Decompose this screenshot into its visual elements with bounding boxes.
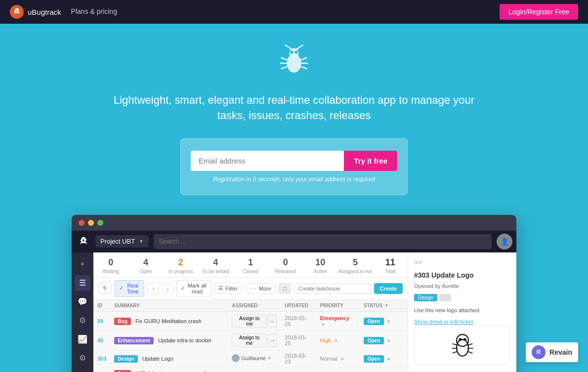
- cell-updated: 2018-03-20: [281, 368, 316, 372]
- col-status: STATUS ▼: [360, 300, 408, 312]
- nav-links: Plans & pricing: [71, 7, 117, 16]
- svg-point-4: [290, 50, 293, 53]
- sidebar-item-list[interactable]: ☰: [75, 275, 90, 291]
- stat-waiting-label: Waiting: [93, 269, 128, 274]
- table-body: 59 Bug Fix GURU Meditation crash Assign …: [93, 312, 408, 372]
- stats-row: 0 Waiting 4 Open 2 In progress 4 To be t…: [93, 252, 408, 278]
- col-priority: PRIORITY: [316, 300, 360, 312]
- ticket-tags: Design: [414, 294, 510, 301]
- cell-updated: 2018-03-23: [281, 350, 316, 368]
- cell-status: Open ▼: [360, 331, 408, 350]
- cell-assigned: Guillaume▼: [228, 350, 281, 368]
- filter-label: Filter: [225, 286, 237, 291]
- dot-close: [79, 220, 84, 226]
- realtime-button[interactable]: ✓ Real Time: [115, 280, 144, 297]
- brand-logo: [10, 5, 24, 19]
- svg-line-6: [281, 58, 288, 60]
- ticket-description: Use this new logo attached: [414, 307, 510, 313]
- refresh-button[interactable]: ↻: [98, 283, 112, 294]
- col-summary: SUMMARY: [110, 300, 228, 312]
- table-row: 303 Design Update Logo Guillaume▼ 2018-0…: [93, 350, 408, 368]
- bug-icon: [12, 7, 21, 16]
- revain-icon: R: [532, 345, 546, 359]
- chevron-down-icon: ▼: [139, 239, 144, 244]
- revain-label: Revain: [549, 348, 572, 356]
- sidebar-item-add[interactable]: ＋: [75, 256, 90, 272]
- sort-desc-button[interactable]: ↓: [162, 283, 174, 294]
- stat-released: 0 Released: [268, 257, 303, 274]
- svg-line-11: [300, 66, 307, 69]
- stat-assigned: 5 Assigned to me: [338, 257, 373, 274]
- stat-inprogress: 2 In progress: [163, 257, 198, 274]
- placeholder-button[interactable]: □: [279, 283, 291, 294]
- sort-asc-button[interactable]: ↑: [147, 283, 159, 294]
- navbar: uBugtrack Plans & pricing Login/Register…: [0, 0, 588, 24]
- stat-closed-label: Closed: [233, 269, 268, 274]
- table-row: 1 Bug WiFi failed to auto connect after …: [93, 368, 408, 372]
- revain-logo-icon: R: [537, 349, 541, 356]
- stat-closed-num: 1: [233, 257, 268, 268]
- stat-tested-num: 4: [198, 257, 233, 268]
- sidebar-item-config[interactable]: ⚙: [75, 350, 90, 366]
- stat-assigned-label: Assigned to me: [338, 269, 373, 274]
- mark-all-read-button[interactable]: ✓ Mark all read: [176, 280, 211, 297]
- login-button[interactable]: Login/Register Free: [500, 4, 578, 20]
- col-id: ID: [93, 300, 110, 312]
- ticket-id: #303: [414, 271, 429, 279]
- right-panel: >> #303 Update Logo Opened by Aurélie De…: [408, 252, 516, 372]
- app-nav: Project UBT ▼ 👤: [72, 231, 516, 252]
- cell-id: 59: [93, 312, 110, 331]
- sidebar-item-chat[interactable]: 💬: [75, 294, 90, 310]
- col-assigned: ASSIGNED: [228, 300, 281, 312]
- app-window: Project UBT ▼ 👤 ＋ ☰ 💬 ⚙ 📈 ⚙: [72, 215, 516, 372]
- more-label: More: [259, 286, 271, 291]
- svg-point-5: [295, 50, 298, 53]
- email-input[interactable]: [191, 151, 344, 171]
- svg-point-21: [463, 338, 466, 341]
- app-toolbar: ↻ ✓ Real Time ↑ ↓ ✓ Mark all read ☰ Filt…: [93, 278, 408, 300]
- cell-summary: Bug WiFi failed to auto connect after re…: [110, 368, 228, 372]
- hero-bug-icon: [274, 43, 314, 83]
- sidebar-item-analytics[interactable]: 📈: [75, 331, 90, 347]
- brand: uBugtrack: [10, 5, 61, 19]
- cell-assigned: Assign to me···: [228, 312, 281, 331]
- cell-summary: Enhancement Update infra to docker: [110, 331, 228, 350]
- stat-inprogress-num: 2: [163, 257, 198, 268]
- svg-point-20: [459, 338, 462, 341]
- create-task-input[interactable]: [294, 284, 371, 293]
- tag-design: Design: [414, 294, 437, 301]
- stat-inprogress-label: In progress: [163, 269, 198, 274]
- more-button[interactable]: ··· More: [245, 283, 276, 294]
- sidebar-item-settings[interactable]: ⚙: [75, 313, 90, 329]
- cell-updated: 2018-03-25: [281, 312, 316, 331]
- expand-icon[interactable]: >>: [414, 258, 510, 266]
- email-row: Try it free: [191, 151, 397, 171]
- stat-active-label: Active: [303, 269, 338, 274]
- badge-bug: Bug: [114, 370, 130, 372]
- filter-button[interactable]: ☰ Filter: [214, 283, 242, 294]
- stat-open-label: Open: [128, 269, 164, 274]
- tag-other: [439, 294, 451, 301]
- check-mark-icon: ✓: [181, 285, 185, 291]
- nav-plans[interactable]: Plans & pricing: [71, 7, 117, 16]
- svg-line-8: [281, 66, 288, 69]
- stat-released-label: Released: [268, 269, 303, 274]
- brand-name: uBugtrack: [28, 8, 61, 16]
- app-search-input[interactable]: [154, 234, 492, 249]
- cell-assigned: Assign to me···: [228, 331, 281, 350]
- create-button[interactable]: Create: [374, 283, 403, 294]
- cell-status: Open ▼: [360, 312, 408, 331]
- cell-id: 303: [93, 350, 110, 368]
- hero-section: Lightweight, smart, elegant and real-tim…: [0, 24, 588, 210]
- project-selector[interactable]: Project UBT ▼: [95, 235, 149, 248]
- try-button[interactable]: Try it free: [344, 151, 397, 171]
- app-body: ＋ ☰ 💬 ⚙ 📈 ⚙ 0 Waiting 4 Open: [72, 252, 516, 372]
- revain-badge: R Revain: [526, 342, 578, 362]
- svg-line-9: [300, 58, 307, 60]
- cell-priority: Normal ▼: [316, 350, 360, 368]
- ticket-title: #303 Update Logo: [414, 271, 510, 279]
- window-chrome: [72, 215, 516, 231]
- hero-icon: [274, 43, 314, 83]
- ticket-link[interactable]: Show detail or edit ticket: [414, 319, 473, 325]
- sort-icon: ▼: [384, 303, 388, 308]
